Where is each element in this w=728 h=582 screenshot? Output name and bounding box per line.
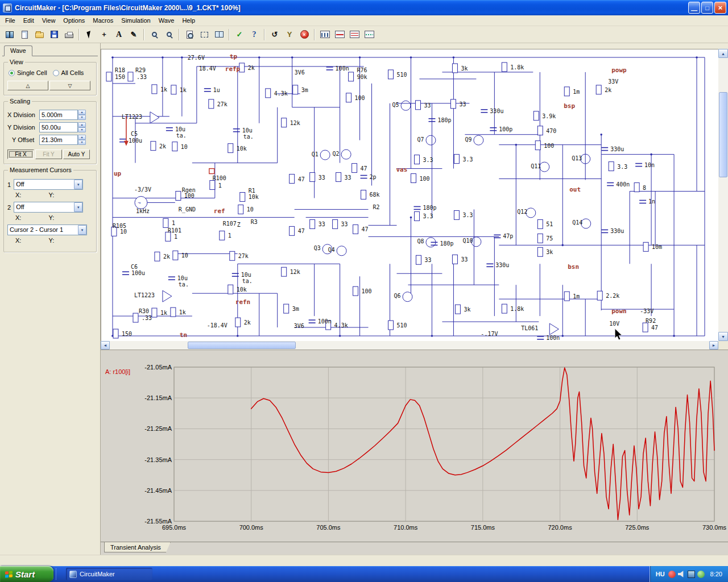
zoom-window-icon[interactable] [162,28,176,41]
cursor1-select[interactable]: Off ▼ [14,179,83,190]
cursor1-dropdown-arrow-icon[interactable]: ▼ [74,180,82,189]
messenger-icon[interactable] [697,571,705,578]
menu-item-edit[interactable]: Edit [19,16,38,26]
scroll-right-arrow-icon[interactable]: ► [709,341,718,350]
split-view-icon[interactable] [212,28,226,41]
simulation-check-icon[interactable]: ✓ [233,28,246,41]
svg-text:3k: 3k [464,306,470,313]
svg-text:R100: R100 [213,175,226,181]
scroll-left-arrow-icon[interactable]: ◄ [101,341,110,350]
y-division-spin-up[interactable]: ▲ [78,122,86,127]
svg-text:47p: 47p [503,233,513,239]
windows-logo-icon [5,571,13,577]
cursor-diff-select[interactable]: Cursor 2 - Cursor 1 ▼ [7,225,87,235]
close-button[interactable]: × [714,2,726,14]
help-icon[interactable]: ? [247,28,261,41]
cursor-diff-dropdown-arrow-icon[interactable]: ▼ [78,225,86,235]
reset-icon[interactable]: ↺ [268,28,282,41]
save-icon[interactable] [47,28,61,41]
new-file-icon[interactable] [18,28,31,41]
cursor2-dropdown-arrow-icon[interactable]: ▼ [74,202,82,212]
wire-tool-icon[interactable]: ✎ [127,28,140,41]
menu-item-wave[interactable]: Wave [155,16,179,26]
network-icon[interactable] [688,571,695,578]
menu-item-help[interactable]: Help [178,16,199,26]
y-division-input[interactable] [39,122,78,132]
fit-page-icon[interactable] [183,28,196,41]
x-division-spin-down[interactable]: ▼ [78,115,86,120]
security-icon[interactable] [668,571,676,578]
language-indicator[interactable]: HU [656,571,665,577]
waveform-display-icon[interactable] [333,28,346,41]
y-offset-input[interactable] [39,135,78,145]
taskbar-task-circuitmaker[interactable]: CircuitMaker [66,568,152,580]
cursor-tool-icon[interactable] [82,28,96,41]
svg-text:1m: 1m [573,89,580,95]
svg-text:3.3: 3.3 [462,156,473,163]
waveform-plot[interactable]: -21.05mA-21.15mA-21.25mA-21.35mA-21.45mA… [101,350,728,542]
svg-text:47: 47 [651,325,658,331]
svg-text:1: 1 [218,182,222,189]
zoom-area-icon[interactable] [197,28,211,41]
menu-item-simulation[interactable]: Simulation [117,16,154,26]
volume-icon[interactable] [678,571,685,578]
svg-text:10u: 10u [242,127,253,134]
svg-text:510: 510 [397,72,407,78]
menu-item-macros[interactable]: Macros [89,16,117,26]
probe-tool-icon[interactable]: Y [283,28,296,41]
svg-text:C5: C5 [131,131,138,137]
schematic-horizontal-scrollbar[interactable]: ◄ ► [101,341,718,350]
maximize-button[interactable]: □ [701,2,713,14]
text-tool-icon[interactable]: A [112,28,126,41]
scroll-up-arrow-icon[interactable]: ▲ [718,49,728,58]
y-division-spin-down[interactable]: ▼ [78,127,86,132]
menu-item-view[interactable]: View [38,16,60,26]
titlebar[interactable]: CircuitMaker - [C:\Program Files\Circuit… [0,0,728,15]
zoom-tool-icon[interactable] [147,28,161,41]
menu-item-options[interactable]: Options [59,16,89,26]
scope-display-icon[interactable] [348,28,361,41]
minimize-button[interactable]: — [688,2,700,14]
schematic-vertical-scrollbar[interactable]: ▲ ▼ [718,49,728,341]
y-offset-spin-up[interactable]: ▲ [78,135,86,140]
digital-display-icon[interactable] [318,28,332,41]
tab-wave[interactable]: Wave [4,45,32,56]
svg-text:100: 100 [419,176,429,182]
open-file-icon[interactable] [32,28,46,41]
cursor2-select[interactable]: Off ▼ [14,202,83,213]
svg-text:3V6: 3V6 [294,323,304,329]
svg-text:730.0ms: 730.0ms [702,524,727,531]
y-offset-spin-down[interactable]: ▼ [78,140,86,145]
svg-text:10: 10 [120,228,127,235]
library-icon[interactable] [3,28,16,41]
x-division-input[interactable] [39,110,78,120]
print-icon[interactable] [62,28,76,41]
radio-label-1[interactable]: All Cells [61,69,84,76]
horizontal-scroll-thumb[interactable] [188,342,296,349]
radio-label-0[interactable]: Single Cell [17,69,47,76]
svg-text:R_GND: R_GND [179,206,196,213]
tab-transient-analysis[interactable]: Transient Analysis [104,542,171,552]
vertical-scroll-thumb[interactable] [719,92,727,177]
menu-item-file[interactable]: File [1,16,19,26]
analysis-display-icon[interactable] [362,28,376,41]
svg-text:1k: 1k [160,310,167,316]
auto-y-button[interactable]: Auto Y [63,149,90,159]
add-part-icon[interactable]: + [97,28,111,41]
radio-all-cells[interactable] [53,70,59,76]
svg-text:-21.45mA: -21.45mA [144,487,172,494]
svg-text:33: 33 [341,221,348,227]
scroll-down-arrow-icon[interactable]: ▼ [718,332,728,341]
next-cell-button[interactable]: ▽ [49,81,90,90]
schematic-canvas[interactable]: ~27.6VtpR18150R29.3318.4Vrefp2k1k1k1u27k… [101,49,718,341]
fit-x-button[interactable]: Fit X [7,149,34,159]
svg-text:R1: R1 [249,188,255,194]
x-division-spin-up[interactable]: ▲ [78,110,86,115]
stop-icon[interactable]: × [297,28,311,41]
svg-text:47: 47 [298,228,305,234]
previous-cell-button[interactable]: △ [7,81,48,90]
svg-text:1: 1 [228,232,231,239]
radio-single-cell[interactable] [9,70,15,76]
cursor-diff-x-label: X: [15,237,21,244]
start-button[interactable]: Start [0,566,53,582]
